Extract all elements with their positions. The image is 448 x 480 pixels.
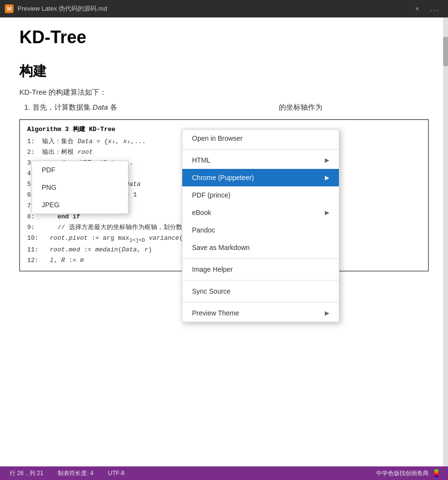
menu-item-pdf-prince[interactable]: PDF (prince) (182, 186, 339, 204)
chevron-right-icon-ebook: ▶ (325, 209, 329, 216)
close-tab-button[interactable]: × (412, 4, 422, 14)
menu-item-ebook[interactable]: eBook ▶ (182, 204, 339, 221)
menu-divider-3 (182, 280, 339, 281)
chevron-right-icon-active: ▶ (325, 174, 329, 181)
menu-item-pandoc[interactable]: Pandoc (182, 221, 339, 239)
menu-item-html[interactable]: HTML ▶ (182, 151, 339, 169)
menu-item-open-in-browser[interactable]: Open in Browser (182, 130, 339, 147)
menu-divider-1 (182, 149, 339, 149)
menu-item-image-helper[interactable]: Image Helper (182, 261, 339, 278)
scrollbar[interactable] (443, 17, 448, 466)
chevron-right-icon-theme: ▶ (325, 310, 329, 316)
status-position: 行 26，列 21 (10, 469, 43, 478)
status-bar: 行 26，列 21 制表符长度: 4 UTF-8 中学色饭找创画鱼商 (0, 466, 448, 480)
status-tab: 制表符长度: 4 (58, 469, 93, 478)
sub-menu: PDF PNG JPEG (32, 161, 128, 214)
intro-text: KD-Tree 的构建算法如下： (19, 88, 429, 97)
menu-item-sync-source[interactable]: Sync Source (182, 282, 339, 300)
menu-divider-2 (182, 258, 339, 259)
menu-divider-4 (182, 302, 339, 302)
sub-menu-item-pdf[interactable]: PDF (32, 161, 128, 179)
status-right-area: 中学色饭找创画鱼商 (376, 469, 438, 478)
menu-item-save-as-markdown[interactable]: Save as Markdown (182, 239, 339, 256)
scroll-thumb[interactable] (443, 37, 448, 66)
sub-menu-item-jpeg[interactable]: JPEG (32, 196, 128, 214)
list-item: 1. 首先，计算数据集 Data 各 的坐标轴作为 (19, 103, 429, 112)
color-bar-indicator (434, 469, 438, 477)
main-content: KD-Tree 构建 KD-Tree 的构建算法如下： 1. 首先，计算数据集 … (0, 17, 448, 466)
context-menu: Open in Browser HTML ▶ Chrome (Puppeteer… (182, 129, 339, 322)
menu-item-preview-theme[interactable]: Preview Theme ▶ (182, 304, 339, 322)
menu-item-chrome-puppeteer[interactable]: Chrome (Puppeteer) ▶ (182, 169, 339, 186)
status-encoding: UTF-8 (108, 470, 125, 477)
chevron-right-icon: ▶ (325, 157, 329, 164)
section-title: 构建 (19, 62, 429, 81)
status-icons-text: 中学色饭找创画鱼商 (376, 469, 429, 478)
sub-menu-item-png[interactable]: PNG (32, 179, 128, 196)
app-icon: M (5, 4, 14, 13)
title-bar: M Preview Latex 伪代码的源码.md × ... (0, 0, 448, 17)
page-title: KD-Tree (19, 27, 429, 48)
more-options-button[interactable]: ... (426, 3, 443, 14)
tab-title: Preview Latex 伪代码的源码.md (17, 4, 408, 13)
